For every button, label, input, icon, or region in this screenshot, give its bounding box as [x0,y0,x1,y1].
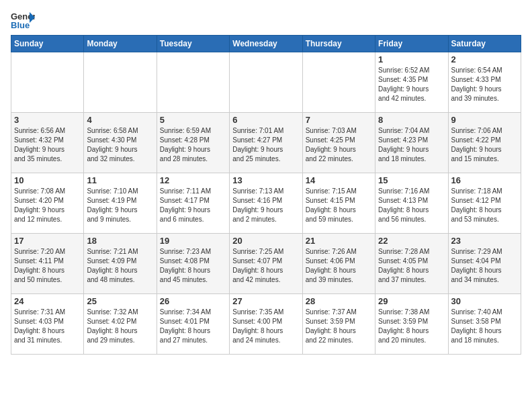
week-row-0: 1Sunrise: 6:52 AM Sunset: 4:35 PM Daylig… [11,52,521,113]
day-info: Sunrise: 7:08 AM Sunset: 4:20 PM Dayligh… [14,187,81,224]
day-cell: 24Sunrise: 7:31 AM Sunset: 4:03 PM Dayli… [11,294,84,355]
day-number: 26 [160,296,226,306]
day-cell: 1Sunrise: 6:52 AM Sunset: 4:35 PM Daylig… [375,52,448,113]
day-info: Sunrise: 7:16 AM Sunset: 4:13 PM Dayligh… [378,187,445,224]
day-number: 17 [14,236,81,246]
day-info: Sunrise: 7:21 AM Sunset: 4:09 PM Dayligh… [87,247,153,285]
day-number: 23 [451,236,518,246]
day-number: 3 [14,115,81,125]
day-cell: 23Sunrise: 7:29 AM Sunset: 4:04 PM Dayli… [448,234,521,294]
day-number: 16 [451,175,518,185]
day-number: 1 [378,54,445,64]
day-info: Sunrise: 7:37 AM Sunset: 3:59 PM Dayligh… [306,308,372,345]
day-cell [11,52,84,113]
day-number: 27 [232,296,299,306]
day-info: Sunrise: 6:59 AM Sunset: 4:28 PM Dayligh… [160,126,226,164]
day-info: Sunrise: 7:18 AM Sunset: 4:12 PM Dayligh… [451,187,518,224]
week-row-3: 17Sunrise: 7:20 AM Sunset: 4:11 PM Dayli… [11,234,521,294]
day-info: Sunrise: 7:28 AM Sunset: 4:05 PM Dayligh… [378,247,445,285]
day-cell: 10Sunrise: 7:08 AM Sunset: 4:20 PM Dayli… [11,173,84,234]
day-info: Sunrise: 7:35 AM Sunset: 4:00 PM Dayligh… [232,308,299,345]
logo: General Blue [11,11,35,30]
day-info: Sunrise: 7:06 AM Sunset: 4:22 PM Dayligh… [451,126,518,164]
day-info: Sunrise: 7:20 AM Sunset: 4:11 PM Dayligh… [14,247,81,285]
page-header: General Blue [11,11,521,30]
day-info: Sunrise: 7:13 AM Sunset: 4:16 PM Dayligh… [232,187,299,224]
day-cell: 16Sunrise: 7:18 AM Sunset: 4:12 PM Dayli… [448,173,521,234]
day-number: 15 [378,175,445,185]
day-number: 28 [306,296,372,306]
day-number: 25 [87,296,153,306]
day-number: 5 [160,115,226,125]
day-number: 7 [306,115,372,125]
day-cell: 26Sunrise: 7:34 AM Sunset: 4:01 PM Dayli… [157,294,229,355]
weekday-tuesday: Tuesday [157,36,229,52]
day-cell: 4Sunrise: 6:58 AM Sunset: 4:30 PM Daylig… [84,113,157,173]
day-number: 20 [232,236,299,246]
week-row-1: 3Sunrise: 6:56 AM Sunset: 4:32 PM Daylig… [11,113,521,173]
weekday-thursday: Thursday [302,36,375,52]
day-number: 9 [451,115,518,125]
day-info: Sunrise: 7:04 AM Sunset: 4:23 PM Dayligh… [378,126,445,164]
day-cell: 2Sunrise: 6:54 AM Sunset: 4:33 PM Daylig… [448,52,521,113]
day-cell: 29Sunrise: 7:38 AM Sunset: 3:59 PM Dayli… [375,294,448,355]
day-info: Sunrise: 7:29 AM Sunset: 4:04 PM Dayligh… [451,247,518,285]
day-cell: 22Sunrise: 7:28 AM Sunset: 4:05 PM Dayli… [375,234,448,294]
day-cell: 28Sunrise: 7:37 AM Sunset: 3:59 PM Dayli… [302,294,375,355]
svg-text:Blue: Blue [11,20,30,30]
weekday-monday: Monday [84,36,157,52]
day-cell: 5Sunrise: 6:59 AM Sunset: 4:28 PM Daylig… [157,113,229,173]
day-cell [84,52,157,113]
weekday-wednesday: Wednesday [230,36,302,52]
day-cell: 15Sunrise: 7:16 AM Sunset: 4:13 PM Dayli… [375,173,448,234]
day-info: Sunrise: 6:54 AM Sunset: 4:33 PM Dayligh… [451,66,518,103]
day-cell: 25Sunrise: 7:32 AM Sunset: 4:02 PM Dayli… [84,294,157,355]
day-info: Sunrise: 7:26 AM Sunset: 4:06 PM Dayligh… [306,247,372,285]
day-cell [157,52,229,113]
day-number: 12 [160,175,226,185]
day-number: 21 [306,236,372,246]
day-number: 13 [232,175,299,185]
day-number: 30 [451,296,518,306]
day-info: Sunrise: 7:11 AM Sunset: 4:17 PM Dayligh… [160,187,226,224]
day-number: 14 [306,175,372,185]
weekday-header-row: SundayMondayTuesdayWednesdayThursdayFrid… [11,36,521,52]
day-cell: 11Sunrise: 7:10 AM Sunset: 4:19 PM Dayli… [84,173,157,234]
day-cell: 20Sunrise: 7:25 AM Sunset: 4:07 PM Dayli… [230,234,302,294]
day-cell: 3Sunrise: 6:56 AM Sunset: 4:32 PM Daylig… [11,113,84,173]
day-info: Sunrise: 6:56 AM Sunset: 4:32 PM Dayligh… [14,126,81,164]
day-info: Sunrise: 7:34 AM Sunset: 4:01 PM Dayligh… [160,308,226,345]
logo-icon: General Blue [11,11,35,30]
day-cell: 6Sunrise: 7:01 AM Sunset: 4:27 PM Daylig… [230,113,302,173]
weekday-saturday: Saturday [448,36,521,52]
day-cell: 19Sunrise: 7:23 AM Sunset: 4:08 PM Dayli… [157,234,229,294]
day-number: 11 [87,175,153,185]
day-cell [230,52,302,113]
day-number: 4 [87,115,153,125]
day-cell: 27Sunrise: 7:35 AM Sunset: 4:00 PM Dayli… [230,294,302,355]
day-cell: 18Sunrise: 7:21 AM Sunset: 4:09 PM Dayli… [84,234,157,294]
day-cell: 14Sunrise: 7:15 AM Sunset: 4:15 PM Dayli… [302,173,375,234]
day-cell: 21Sunrise: 7:26 AM Sunset: 4:06 PM Dayli… [302,234,375,294]
day-cell: 30Sunrise: 7:40 AM Sunset: 3:58 PM Dayli… [448,294,521,355]
day-number: 10 [14,175,81,185]
week-row-4: 24Sunrise: 7:31 AM Sunset: 4:03 PM Dayli… [11,294,521,355]
day-cell: 13Sunrise: 7:13 AM Sunset: 4:16 PM Dayli… [230,173,302,234]
day-number: 22 [378,236,445,246]
day-info: Sunrise: 7:31 AM Sunset: 4:03 PM Dayligh… [14,308,81,345]
weekday-friday: Friday [375,36,448,52]
day-info: Sunrise: 7:38 AM Sunset: 3:59 PM Dayligh… [378,308,445,345]
day-number: 2 [451,54,518,64]
day-number: 24 [14,296,81,306]
calendar-body: 1Sunrise: 6:52 AM Sunset: 4:35 PM Daylig… [11,52,521,355]
day-info: Sunrise: 7:15 AM Sunset: 4:15 PM Dayligh… [306,187,372,224]
day-info: Sunrise: 7:01 AM Sunset: 4:27 PM Dayligh… [232,126,299,164]
calendar-table: SundayMondayTuesdayWednesdayThursdayFrid… [11,35,521,355]
day-info: Sunrise: 7:32 AM Sunset: 4:02 PM Dayligh… [87,308,153,345]
day-cell [302,52,375,113]
day-number: 29 [378,296,445,306]
day-cell: 17Sunrise: 7:20 AM Sunset: 4:11 PM Dayli… [11,234,84,294]
calendar-header: SundayMondayTuesdayWednesdayThursdayFrid… [11,36,521,52]
day-info: Sunrise: 7:40 AM Sunset: 3:58 PM Dayligh… [451,308,518,345]
day-info: Sunrise: 7:03 AM Sunset: 4:25 PM Dayligh… [306,126,372,164]
